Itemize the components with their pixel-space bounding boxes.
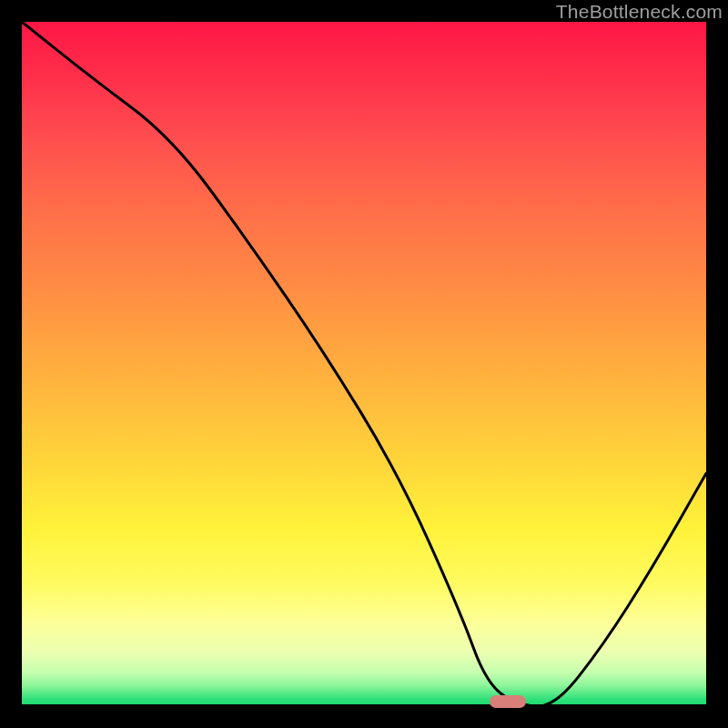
bottleneck-curve — [22, 22, 706, 706]
watermark-text: TheBottleneck.com — [556, 1, 723, 23]
optimal-point-marker — [490, 695, 526, 708]
plot-area — [22, 22, 706, 706]
chart-frame — [22, 22, 706, 706]
